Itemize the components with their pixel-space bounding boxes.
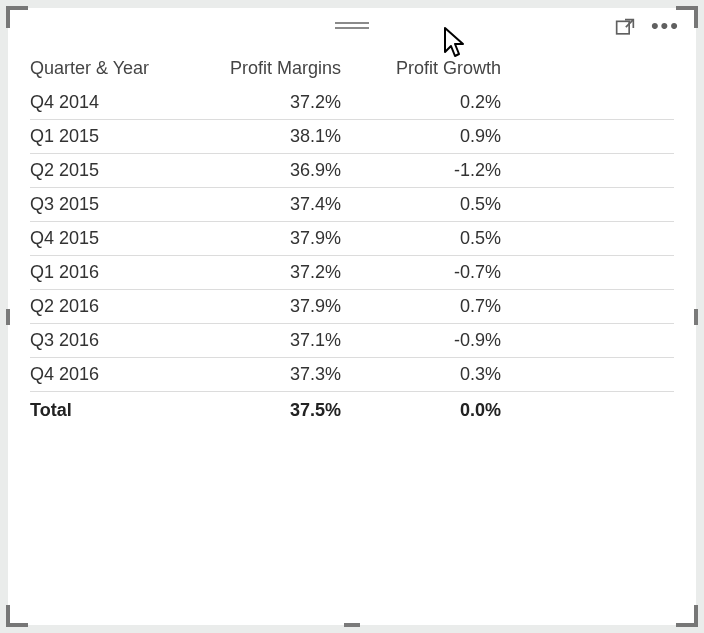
resize-handle-br[interactable] — [676, 605, 698, 627]
table-row[interactable]: Q2 2015 36.9% -1.2% — [30, 154, 674, 188]
drag-grip-icon[interactable] — [335, 22, 369, 29]
cell-growth: 0.2% — [361, 92, 507, 113]
data-table: Quarter & Year Profit Margins Profit Gro… — [30, 52, 674, 428]
cell-period: Q3 2015 — [30, 194, 196, 215]
total-label: Total — [30, 400, 196, 421]
cell-margin: 37.9% — [196, 296, 361, 317]
table-row[interactable]: Q1 2016 37.2% -0.7% — [30, 256, 674, 290]
resize-handle-left[interactable] — [6, 309, 10, 325]
table-row[interactable]: Q3 2016 37.1% -0.9% — [30, 324, 674, 358]
table-row[interactable]: Q4 2015 37.9% 0.5% — [30, 222, 674, 256]
column-header-period[interactable]: Quarter & Year — [30, 58, 196, 79]
cell-margin: 37.2% — [196, 92, 361, 113]
cell-period: Q4 2015 — [30, 228, 196, 249]
column-header-margins[interactable]: Profit Margins — [196, 58, 361, 79]
table-visual-frame[interactable]: ••• Quarter & Year Profit Margins Profit… — [8, 8, 696, 625]
focus-mode-icon[interactable] — [614, 18, 636, 38]
table-row[interactable]: Q1 2015 38.1% 0.9% — [30, 120, 674, 154]
more-options-icon[interactable]: ••• — [651, 16, 680, 36]
table-header-row: Quarter & Year Profit Margins Profit Gro… — [30, 52, 674, 86]
cell-growth: -1.2% — [361, 160, 507, 181]
cell-period: Q2 2016 — [30, 296, 196, 317]
column-header-growth[interactable]: Profit Growth — [361, 58, 507, 79]
resize-handle-bl[interactable] — [6, 605, 28, 627]
cell-growth: 0.5% — [361, 228, 507, 249]
cell-period: Q2 2015 — [30, 160, 196, 181]
total-margin: 37.5% — [196, 400, 361, 421]
cell-margin: 37.4% — [196, 194, 361, 215]
cell-period: Q4 2016 — [30, 364, 196, 385]
cell-growth: 0.3% — [361, 364, 507, 385]
cell-margin: 37.2% — [196, 262, 361, 283]
cell-period: Q1 2015 — [30, 126, 196, 147]
table-row[interactable]: Q3 2015 37.4% 0.5% — [30, 188, 674, 222]
table-row[interactable]: Q2 2016 37.9% 0.7% — [30, 290, 674, 324]
cell-growth: 0.5% — [361, 194, 507, 215]
table-total-row: Total 37.5% 0.0% — [30, 392, 674, 428]
cell-margin: 37.3% — [196, 364, 361, 385]
total-growth: 0.0% — [361, 400, 507, 421]
cell-margin: 37.9% — [196, 228, 361, 249]
resize-handle-bottom[interactable] — [344, 623, 360, 627]
cell-growth: -0.9% — [361, 330, 507, 351]
visual-header: ••• — [8, 8, 696, 44]
table-row[interactable]: Q4 2016 37.3% 0.3% — [30, 358, 674, 392]
cell-growth: -0.7% — [361, 262, 507, 283]
cell-margin: 36.9% — [196, 160, 361, 181]
resize-handle-right[interactable] — [694, 309, 698, 325]
cell-margin: 37.1% — [196, 330, 361, 351]
cell-margin: 38.1% — [196, 126, 361, 147]
cell-growth: 0.7% — [361, 296, 507, 317]
table-row[interactable]: Q4 2014 37.2% 0.2% — [30, 86, 674, 120]
cell-period: Q3 2016 — [30, 330, 196, 351]
svg-rect-0 — [617, 21, 630, 33]
cell-period: Q4 2014 — [30, 92, 196, 113]
cell-period: Q1 2016 — [30, 262, 196, 283]
cell-growth: 0.9% — [361, 126, 507, 147]
